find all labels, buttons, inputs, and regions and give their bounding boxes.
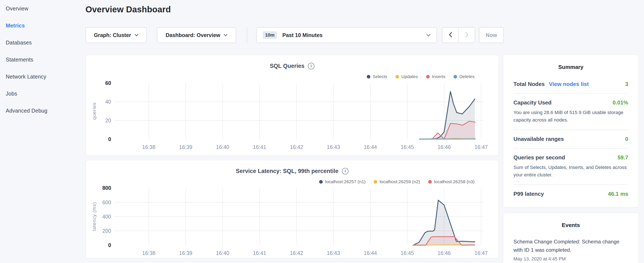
summary-row-queries-per-second: Queries per second 59.7 Sum of Selects, … [514,148,628,184]
summary-row-subtext: You are using 28.6 MiB of 515.9 GiB usab… [514,109,628,124]
summary-row-capacity-used: Capacity Used 0.01% You are using 28.6 M… [514,93,628,130]
x-tick-label: 16:46 [438,250,451,256]
summary-panel: Summary Total Nodes View nodes list 3 Ca… [503,55,639,207]
y-tick-label: 20 [105,117,111,123]
x-tick-label: 16:45 [400,250,414,256]
summary-row-label: Total Nodes [514,81,545,87]
event-list-item[interactable]: Schema Change Completed: Schema change w… [514,237,628,262]
y-tick-label: 0 [108,136,111,142]
time-window-badge: 10m [263,31,277,39]
summary-row-value: 46.1 ms [608,191,628,197]
view-nodes-list-link[interactable]: View nodes list [549,81,589,87]
arrow-left-icon [449,32,452,38]
arrow-right-icon [465,32,468,38]
chart-plot: 16:3816:3916:4016:4116:4216:4316:4416:45… [86,160,498,258]
x-tick-label: 16:41 [253,144,266,150]
next-time-button[interactable] [458,28,475,43]
event-timestamp: May 13, 2020 at 4:45 PM [514,256,628,262]
y-tick-label: 400 [102,214,111,220]
summary-row-label: Unavailable ranges [514,136,564,142]
summary-row-value: 0.01% [612,99,628,106]
x-tick-label: 16:45 [400,144,414,150]
chart-plot: 16:3816:3916:4016:4116:4216:4316:4416:45… [86,55,498,156]
sidebar: Overview Metrics Databases Statements Ne… [0,0,83,263]
x-tick-label: 16:42 [290,250,303,256]
x-tick-label: 16:44 [364,144,377,150]
dashboard-label: Dashboard: Overview [166,32,220,38]
x-tick-label: 16:38 [142,250,156,256]
x-tick-label: 16:40 [216,144,229,150]
sql-queries-chart-card: SQL Queries i SelectsUpdatesInsertsDelet… [86,55,498,156]
y-tick-label: 60 [105,80,111,86]
summary-row-value: 59.7 [618,154,628,161]
time-step-buttons [442,27,475,43]
sidebar-item-statements[interactable]: Statements [0,51,83,68]
summary-row-value: 0 [625,136,628,142]
x-tick-label: 16:46 [438,144,451,150]
prev-time-button[interactable] [442,28,458,43]
summary-row-subtext: Sum of Selects, Updates, Inserts, and De… [514,164,628,179]
y-tick-label: 40 [105,99,111,105]
time-window-label: Past 10 Minutes [282,32,322,38]
sidebar-item-network-latency[interactable]: Network Latency [0,68,83,85]
y-axis-unit-label: latency (ms) [92,202,97,231]
sidebar-item-jobs[interactable]: Jobs [0,85,83,102]
dashboard-dropdown[interactable]: Dashboard: Overview [157,27,236,43]
y-tick-label: 800 [102,185,111,191]
y-tick-label: 0 [108,242,111,248]
graph-scope-dropdown[interactable]: Graph: Cluster [86,27,147,43]
x-tick-label: 16:43 [327,144,340,150]
y-tick-label: 600 [102,199,111,205]
y-tick-label: 200 [102,228,111,234]
summary-row-label: Capacity Used [514,99,552,106]
page-title: Overview Dashboard [86,5,171,14]
x-tick-label: 16:47 [474,250,488,256]
x-tick-label: 16:42 [290,144,303,150]
sidebar-item-overview[interactable]: Overview [0,0,83,17]
x-tick-label: 16:39 [179,250,192,256]
x-tick-label: 16:41 [253,250,266,256]
x-tick-label: 16:43 [327,250,340,256]
now-button[interactable]: Now [479,27,504,43]
events-panel: Events Schema Change Completed: Schema c… [503,213,639,263]
sidebar-item-databases[interactable]: Databases [0,34,83,51]
sidebar-item-advanced-debug[interactable]: Advanced Debug [0,102,83,119]
x-tick-label: 16:44 [364,250,377,256]
x-tick-label: 16:38 [142,144,156,150]
chevron-down-icon [224,34,228,36]
summary-title: Summary [514,64,628,70]
summary-row-unavailable-ranges: Unavailable ranges 0 [514,130,628,148]
time-range-dropdown[interactable]: 10m Past 10 Minutes [256,27,437,43]
x-tick-label: 16:39 [179,144,192,150]
y-axis-unit-label: queries [92,102,97,120]
service-latency-chart-card: Service Latency: SQL, 99th percentile i … [86,160,498,258]
chevron-down-icon [426,34,430,37]
summary-row-value: 3 [625,81,628,87]
graph-scope-label: Graph: Cluster [94,32,131,38]
toolbar-divider [247,27,247,43]
chevron-down-icon [134,34,138,36]
summary-row-label: Queries per second [514,154,565,161]
sidebar-item-metrics[interactable]: Metrics [0,17,83,34]
summary-row-p99-latency: P99 latency 46.1 ms [514,184,628,203]
x-tick-label: 16:40 [216,250,229,256]
event-message: Schema Change Completed: Schema change w… [514,237,628,254]
x-tick-label: 16:47 [474,144,488,150]
summary-row-total-nodes: Total Nodes View nodes list 3 [514,75,628,93]
summary-row-label: P99 latency [514,191,544,197]
events-title: Events [514,222,628,228]
